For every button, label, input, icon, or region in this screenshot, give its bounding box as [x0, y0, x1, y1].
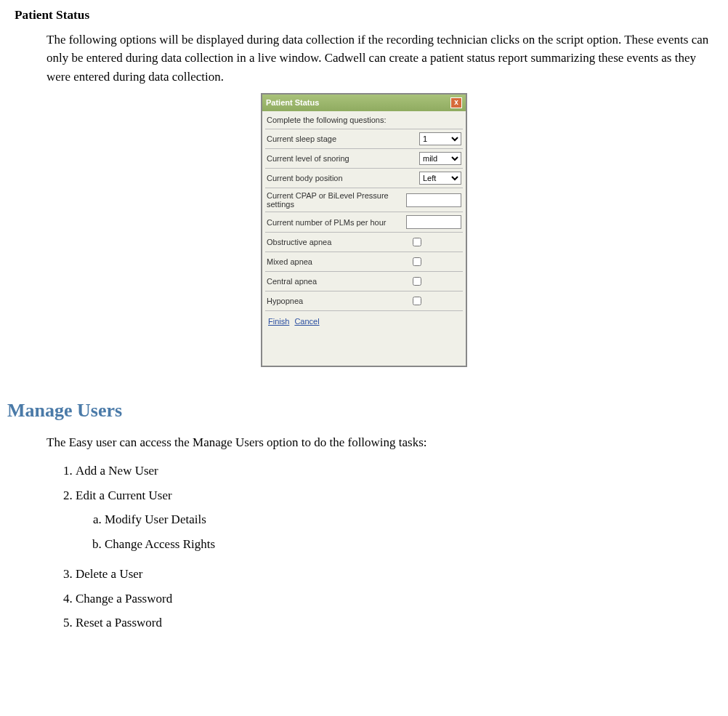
row-plm: Current number of PLMs per hour [265, 212, 463, 232]
list-item: Modify User Details [105, 507, 721, 532]
dialog-titlebar: Patient Status x [262, 94, 466, 111]
select-body-position[interactable]: Left [419, 172, 461, 185]
list-item: Delete a User [76, 562, 721, 587]
dialog-prompt: Complete the following questions: [265, 113, 463, 129]
checkbox-mixed-apnea[interactable] [413, 257, 421, 266]
label-snoring: Current level of snoring [267, 154, 419, 163]
row-obstructive-apnea: Obstructive apnea [265, 232, 463, 252]
row-cpap: Current CPAP or BiLevel Pressure setting… [265, 188, 463, 212]
label-cpap: Current CPAP or BiLevel Pressure setting… [267, 191, 406, 209]
label-central-apnea: Central apnea [267, 277, 410, 286]
list-item-label: Edit a Current User [76, 488, 172, 502]
row-mixed-apnea: Mixed apnea [265, 252, 463, 271]
checkbox-obstructive-apnea[interactable] [413, 238, 421, 246]
manage-users-list: Add a New User Edit a Current User Modif… [46, 459, 721, 635]
close-icon[interactable]: x [450, 97, 462, 108]
checkbox-central-apnea[interactable] [413, 277, 421, 286]
checkbox-hypopnea[interactable] [413, 297, 421, 305]
input-plm[interactable] [406, 215, 461, 229]
input-cpap[interactable] [406, 193, 461, 207]
list-item: Change Access Rights [105, 532, 721, 557]
section-heading-patient-status: Patient Status [15, 6, 721, 25]
dialog-body: Complete the following questions: Curren… [262, 111, 466, 366]
label-plm: Current number of PLMs per hour [267, 218, 406, 227]
sub-list: Modify User Details Change Access Rights [76, 507, 721, 556]
select-sleep-stage[interactable]: 1 [419, 132, 461, 145]
list-item: Reset a Password [76, 611, 721, 635]
patient-status-dialog: Patient Status x Complete the following … [261, 93, 467, 367]
row-sleep-stage: Current sleep stage 1 [265, 129, 463, 148]
section-heading-manage-users: Manage Users [7, 396, 721, 425]
patient-status-paragraph: The following options will be displayed … [46, 31, 721, 87]
dialog-title-text: Patient Status [266, 97, 319, 109]
list-item: Change a Password [76, 587, 721, 611]
manage-users-paragraph: The Easy user can access the Manage User… [46, 433, 721, 452]
list-item: Add a New User [76, 459, 721, 483]
finish-link[interactable]: Finish [268, 317, 289, 326]
label-sleep-stage: Current sleep stage [267, 134, 419, 143]
label-hypopnea: Hypopnea [267, 297, 410, 305]
row-body-position: Current body position Left [265, 168, 463, 188]
label-mixed-apnea: Mixed apnea [267, 257, 410, 266]
cancel-link[interactable]: Cancel [294, 317, 319, 326]
label-obstructive-apnea: Obstructive apnea [267, 238, 410, 246]
row-central-apnea: Central apnea [265, 271, 463, 291]
row-snoring: Current level of snoring mild [265, 148, 463, 168]
label-body-position: Current body position [267, 174, 419, 182]
select-snoring[interactable]: mild [419, 152, 461, 165]
dialog-footer: Finish Cancel [265, 311, 463, 364]
row-hypopnea: Hypopnea [265, 291, 463, 311]
list-item: Edit a Current User Modify User Details … [76, 483, 721, 563]
